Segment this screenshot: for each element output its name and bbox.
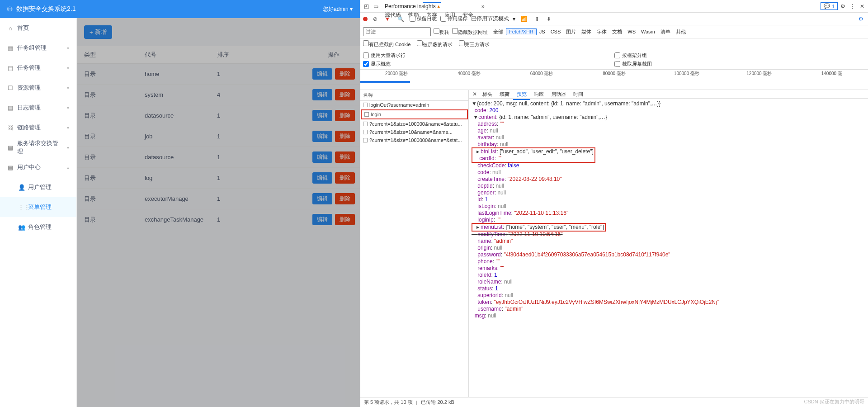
gear-icon[interactable]: ⚙ <box>839 2 847 10</box>
sidebar-item-label: 用户中心 <box>17 163 63 171</box>
request-name: loginOut?username=admin <box>369 102 429 108</box>
sidebar-item-label: 服务请求交换管理 <box>17 139 63 156</box>
request-list-header: 名称 <box>360 90 468 101</box>
sidebar-item-7[interactable]: ▤用户中心▴ <box>0 157 76 177</box>
sidebar-item-label: 日志管理 <box>17 104 63 112</box>
timeline-tick: 140000 毫 <box>821 71 842 77</box>
sidebar-item-10[interactable]: 👥角色管理 <box>0 217 76 237</box>
blocked-requests-checkbox[interactable]: 被屏蔽的请求 <box>417 40 453 48</box>
record-icon[interactable] <box>363 17 368 21</box>
sidebar-item-9[interactable]: ⋮⋮菜单管理 <box>0 197 76 217</box>
chevron-icon: ▾ <box>67 145 69 150</box>
filter-type[interactable]: 全部 <box>491 28 506 35</box>
screenshots-checkbox[interactable]: 截取屏幕截图 <box>614 61 866 67</box>
filter-type[interactable]: 图片 <box>563 28 579 35</box>
detail-tab[interactable]: 标头 <box>479 90 496 99</box>
chevron-down-icon: ▾ <box>513 16 515 22</box>
devtools: ◰ ▭ 元素控制台网络Performance insights ▲源代码性能内存… <box>360 0 868 407</box>
timeline[interactable]: 20000 毫秒40000 毫秒60000 毫秒80000 毫秒100000 毫… <box>360 70 868 90</box>
database-icon: ⛁ <box>7 5 13 13</box>
filter-type[interactable]: 其他 <box>673 28 689 35</box>
clear-icon[interactable]: ⊘ <box>371 15 379 23</box>
third-party-checkbox[interactable]: 第三方请求 <box>459 40 490 48</box>
sidebar-item-label: 角色管理 <box>28 223 66 231</box>
filter-type[interactable]: CSS <box>548 28 564 35</box>
filter-icon[interactable]: ▼ <box>383 15 392 23</box>
device-icon[interactable]: ▭ <box>372 2 380 10</box>
invert-checkbox[interactable]: 反转 <box>434 28 449 36</box>
detail-tab[interactable]: 载荷 <box>496 90 513 99</box>
detail-tab[interactable]: 响应 <box>530 90 547 99</box>
sidebar-item-6[interactable]: ▤服务请求交换管理▾ <box>0 137 76 157</box>
app-title: 数据安全交换系统2.1 <box>16 5 75 13</box>
sidebar-item-8[interactable]: 👤用户管理 <box>0 177 76 197</box>
request-icon <box>363 138 368 142</box>
detail-tab[interactable]: 时间 <box>570 90 587 99</box>
filter-type[interactable]: Fetch/XHR <box>506 28 537 35</box>
filter-type[interactable]: JS <box>537 28 548 35</box>
settings-gear-icon[interactable]: ⚙ <box>857 15 865 23</box>
network-toolbar: ⊘ ▼ 🔍 保留日志 停用缓存 已停用节流模式▾ 📶 ⬆ ⬇ ⚙ <box>360 13 868 25</box>
sidebar-item-3[interactable]: ☐资源管理▾ <box>0 78 76 98</box>
blocked-cookies-checkbox[interactable]: 有已拦截的 Cookie <box>363 40 410 48</box>
modal-backdrop[interactable] <box>77 18 360 407</box>
request-list: 名称 loginOut?username=adminlogin?current=… <box>360 90 469 397</box>
sidebar-item-label: 任务管理 <box>17 64 63 72</box>
search-icon[interactable]: 🔍 <box>396 15 406 23</box>
hide-data-checkbox[interactable]: 隐藏数据网址 <box>452 28 488 36</box>
chevron-icon: ▾ <box>67 125 69 130</box>
download-icon[interactable]: ⬇ <box>545 15 553 23</box>
sidebar-item-label: 用户管理 <box>28 183 66 191</box>
filter-type[interactable]: Wasm <box>638 28 658 35</box>
sidebar-item-1[interactable]: ▦任务组管理▾ <box>0 38 76 58</box>
timeline-tick: 120000 毫秒 <box>746 71 772 77</box>
sidebar-item-4[interactable]: ▤日志管理▾ <box>0 98 76 118</box>
messages-badge[interactable]: 💬 1 <box>821 2 838 10</box>
devtools-tab[interactable]: 元素 <box>381 0 399 2</box>
filter-type[interactable]: 清单 <box>658 28 673 35</box>
sidebar-item-0[interactable]: ⌂首页 <box>0 18 76 38</box>
close-icon[interactable]: ✕ <box>858 2 866 10</box>
big-rows-checkbox[interactable]: 使用大量请求行 <box>363 52 614 59</box>
kebab-icon[interactable]: ⋮ <box>848 2 857 10</box>
filter-type[interactable]: 文档 <box>609 28 625 35</box>
wifi-icon[interactable]: 📶 <box>519 15 529 23</box>
sidebar-item-label: 链路管理 <box>17 123 63 132</box>
throttle-select[interactable]: 已停用节流模式 <box>471 15 509 23</box>
filter-type[interactable]: 媒体 <box>579 28 594 35</box>
devtools-tab[interactable]: 控制台 <box>399 0 423 2</box>
more-tabs[interactable]: » <box>478 1 488 11</box>
chevron-icon: ▴ <box>67 165 69 170</box>
sidebar-icon: ▤ <box>7 104 14 111</box>
preserve-log-checkbox[interactable]: 保留日志 <box>410 15 437 22</box>
close-detail-icon[interactable]: ✕ <box>471 90 479 98</box>
sidebar-icon: ▤ <box>7 164 14 171</box>
filter-type[interactable]: 字体 <box>594 28 609 35</box>
request-item[interactable]: ?current=1&size=100000&name=&statu... <box>360 120 468 128</box>
sidebar-item-label: 资源管理 <box>17 84 63 92</box>
timeline-tick: 40000 毫秒 <box>458 71 481 77</box>
request-icon <box>364 112 369 117</box>
filter-type[interactable]: WS <box>625 28 638 35</box>
byframe-checkbox[interactable]: 按框架分组 <box>614 52 866 59</box>
request-item[interactable]: ?current=1&size=1000000&name=&stat... <box>360 136 468 144</box>
user-greeting[interactable]: 您好admin ▾ <box>323 5 353 13</box>
sidebar-icon: 👤 <box>18 184 24 191</box>
upload-icon[interactable]: ⬆ <box>533 15 541 23</box>
request-icon <box>363 122 368 126</box>
overview-checkbox[interactable]: 显示概览 <box>363 61 614 67</box>
filter-input[interactable] <box>363 27 431 36</box>
request-item[interactable]: login <box>361 109 468 119</box>
request-item[interactable]: ?current=1&size=10&name=&name... <box>360 128 468 136</box>
watermark: CSDN @还在努力中的明哥 <box>804 398 864 405</box>
json-preview[interactable]: ▼{code: 200, msg: null, content: {id: 1,… <box>469 99 868 397</box>
request-item[interactable]: loginOut?username=admin <box>360 101 468 109</box>
inspect-icon[interactable]: ◰ <box>362 2 371 10</box>
detail-tab[interactable]: 启动器 <box>547 90 570 99</box>
sidebar-item-5[interactable]: ⛓链路管理▾ <box>0 118 76 137</box>
disable-cache-checkbox[interactable]: 停用缓存 <box>440 15 467 22</box>
sidebar-icon: ☐ <box>7 85 14 91</box>
warning-icon: ▲ <box>437 4 441 9</box>
sidebar-item-2[interactable]: ▤任务管理▾ <box>0 58 76 78</box>
chevron-icon: ▾ <box>67 46 69 51</box>
